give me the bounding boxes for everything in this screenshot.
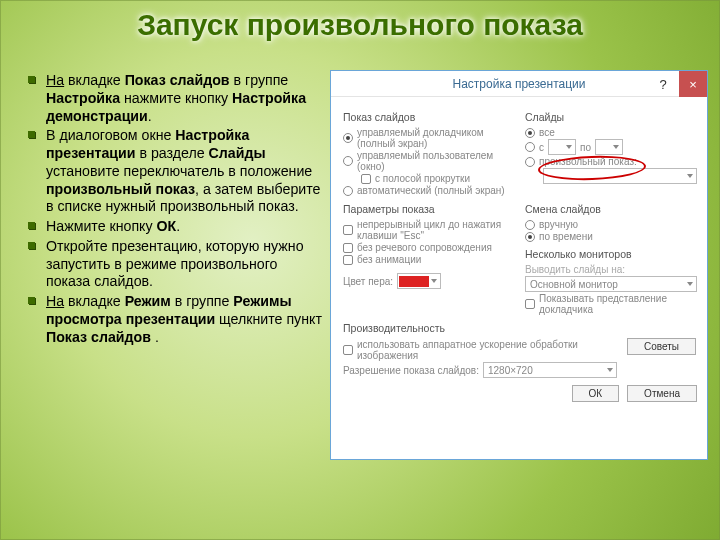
radio-manual[interactable]: вручную: [525, 219, 697, 230]
radio-kiosk[interactable]: автоматический (полный экран): [343, 185, 515, 196]
pen-color[interactable]: Цвет пера:: [343, 273, 515, 289]
close-button[interactable]: ×: [679, 71, 707, 97]
cancel-button[interactable]: Отмена: [627, 385, 697, 402]
ok-button[interactable]: ОК: [572, 385, 620, 402]
list-item: Откройте презентацию, которую нужно запу…: [28, 238, 323, 291]
check-scrollbar[interactable]: с полосой прокрутки: [361, 173, 515, 184]
custom-show-select[interactable]: [543, 168, 697, 184]
section-show-type: Показ слайдов: [343, 111, 515, 123]
dialog-title-text: Настройка презентации: [453, 77, 586, 91]
section-monitors: Несколько мониторов: [525, 248, 697, 260]
radio-all-slides[interactable]: все: [525, 127, 697, 138]
list-item: В диалоговом окне Настройка презентации …: [28, 127, 323, 216]
radio-presenter[interactable]: управляемый докладчиком (полный экран): [343, 127, 515, 149]
tips-button[interactable]: Советы: [627, 338, 696, 355]
section-show-options: Параметры показа: [343, 203, 515, 215]
slide-title: Запуск произвольного показа: [137, 8, 583, 42]
radio-range[interactable]: спо: [525, 139, 697, 155]
check-no-narration[interactable]: без речевого сопровождения: [343, 242, 515, 253]
radio-custom-show[interactable]: произвольный показ:: [525, 156, 697, 167]
radio-browsed-user[interactable]: управляемый пользователем (окно): [343, 150, 515, 172]
check-no-animation[interactable]: без анимации: [343, 254, 515, 265]
list-item: На вкладке Режим в группе Режимы просмот…: [28, 293, 323, 346]
check-loop[interactable]: непрерывный цикл до нажатия клавиши "Esc…: [343, 219, 515, 241]
list-item: Нажмите кнопку ОК.: [28, 218, 323, 236]
dialog-titlebar: Настройка презентации ? ×: [331, 71, 707, 97]
section-slides: Слайды: [525, 111, 697, 123]
settings-dialog: Настройка презентации ? × Показ слайдов …: [330, 70, 708, 460]
radio-timing[interactable]: по времени: [525, 231, 697, 242]
list-item: На вкладке Показ слайдов в группе Настро…: [28, 72, 323, 125]
check-presenter-view[interactable]: Показывать представление докладчика: [525, 293, 697, 315]
pen-swatch: [399, 276, 429, 287]
monitor-select[interactable]: Основной монитор: [525, 276, 697, 292]
resolution-label: Разрешение показа слайдов:: [343, 365, 479, 376]
check-hw-accel[interactable]: использовать аппаратное ускорение обрабо…: [343, 339, 617, 361]
resolution-select[interactable]: 1280×720: [483, 362, 617, 378]
help-button[interactable]: ?: [649, 71, 677, 97]
section-performance: Производительность: [343, 322, 697, 334]
bullet-list: На вкладке Показ слайдов в группе Настро…: [28, 72, 323, 348]
section-advance: Смена слайдов: [525, 203, 697, 215]
